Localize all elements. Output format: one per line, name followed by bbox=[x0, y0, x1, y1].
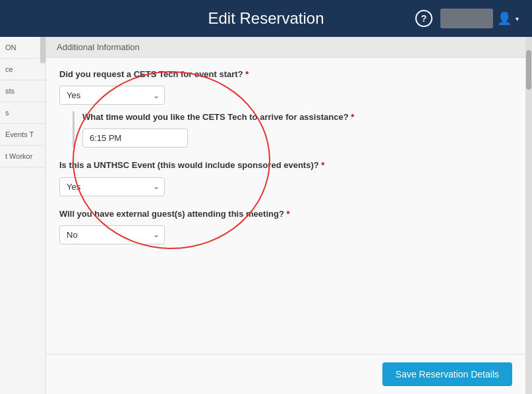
sidebar-item-ce[interactable]: ce bbox=[0, 59, 45, 80]
q1-label: Did you request a CETS Tech for event st… bbox=[59, 69, 512, 80]
sidebar-item-events[interactable]: Events T bbox=[0, 124, 45, 146]
right-scrollbar-thumb[interactable] bbox=[526, 50, 531, 90]
sidebar: ON ce sts s Events T t Workor bbox=[0, 37, 46, 394]
section-header: Additional Information bbox=[46, 37, 525, 58]
footer-area: Save Reservation Details bbox=[46, 354, 525, 394]
main-layout: ON ce sts s Events T t Workor Additional… bbox=[0, 37, 532, 394]
sidebar-scrollbar[interactable] bbox=[40, 37, 45, 63]
q1-select[interactable]: Yes No bbox=[59, 86, 165, 105]
q3-required-star: * bbox=[286, 209, 289, 219]
q3-group: Will you have external guest(s) attendin… bbox=[59, 208, 512, 244]
q3-select[interactable]: Yes No bbox=[59, 225, 165, 244]
user-area[interactable]: 👤 ▾ bbox=[440, 9, 519, 28]
q1-select-wrapper: Yes No ⌄ bbox=[59, 86, 165, 105]
sidebar-item-sts[interactable]: sts bbox=[0, 80, 45, 102]
q2-label: Is this a UNTHSC Event (this would inclu… bbox=[59, 159, 512, 171]
content-area: Additional Information Did you request a… bbox=[46, 37, 525, 394]
arrival-time-input[interactable] bbox=[82, 128, 188, 148]
q1-group: Did you request a CETS Tech for event st… bbox=[59, 69, 512, 148]
q3-label: Will you have external guest(s) attendin… bbox=[59, 208, 512, 220]
user-avatar bbox=[440, 9, 493, 28]
q1-sub-required-star: * bbox=[351, 112, 354, 122]
header: Edit Reservation ? 👤 ▾ bbox=[0, 0, 532, 37]
q2-select-wrapper: Yes No ⌄ bbox=[59, 177, 165, 196]
sidebar-item-workor[interactable]: t Workor bbox=[0, 146, 45, 167]
q2-group: Is this a UNTHSC Event (this would inclu… bbox=[59, 159, 512, 196]
user-dropdown-arrow-icon: ▾ bbox=[516, 15, 519, 22]
sidebar-item-s[interactable]: s bbox=[0, 102, 45, 124]
header-icons: ? 👤 ▾ bbox=[415, 9, 519, 28]
q2-required-star: * bbox=[321, 160, 324, 170]
form-area: Did you request a CETS Tech for event st… bbox=[46, 58, 525, 309]
q1-required-star: * bbox=[245, 69, 249, 79]
help-icon[interactable]: ? bbox=[415, 10, 432, 27]
q2-select[interactable]: Yes No bbox=[59, 177, 165, 196]
q1-sub-label: What time would you like the CETS Tech t… bbox=[82, 111, 512, 123]
right-scrollbar[interactable] bbox=[525, 37, 532, 394]
save-reservation-button[interactable]: Save Reservation Details bbox=[382, 362, 512, 386]
user-icon: 👤 bbox=[497, 11, 512, 26]
sidebar-item-on[interactable]: ON bbox=[0, 37, 45, 59]
q1-sub-group: What time would you like the CETS Tech t… bbox=[73, 111, 512, 148]
q3-select-wrapper: Yes No ⌄ bbox=[59, 225, 165, 244]
